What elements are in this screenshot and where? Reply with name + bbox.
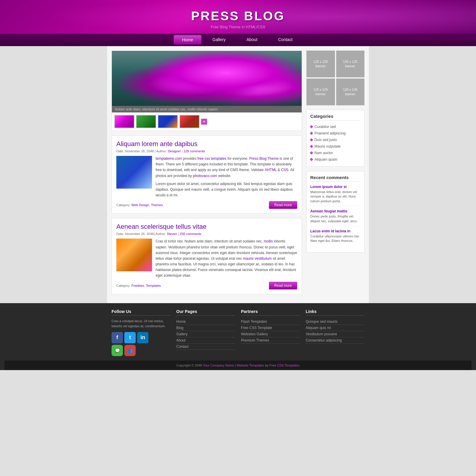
- free-css-link[interactable]: Free CSS Templates: [270, 364, 300, 367]
- nav-link-home[interactable]: Home: [174, 35, 201, 45]
- post-1-link-photovaco[interactable]: photovaco.com: [193, 174, 217, 178]
- sidebar: 125 x 125banner 125 x 125banner 125 x 12…: [306, 51, 364, 299]
- footer-page-about[interactable]: About: [176, 337, 235, 344]
- post-2-title-link[interactable]: Aenean scelerisque tellus vitae: [116, 223, 206, 230]
- recent-comment-3-text: Curabitur ullamcorper ultrices nisi. Nam…: [310, 234, 361, 243]
- slider-thumb-2[interactable]: [136, 115, 156, 128]
- post-2-link-mauris[interactable]: mauris vestibulum: [243, 256, 272, 261]
- post-1-link-free-css[interactable]: free css templates: [198, 156, 226, 161]
- footer-link-3[interactable]: Vestibulum posuere: [306, 331, 365, 337]
- message-icon[interactable]: 💬: [112, 345, 123, 356]
- banner-1[interactable]: 125 x 125banner: [306, 51, 335, 77]
- nav-link-contact[interactable]: Contact: [268, 34, 303, 46]
- diamond-icon-2: [310, 131, 313, 135]
- post-2-comments-link[interactable]: 256 comments: [180, 232, 201, 236]
- post-1-author-link[interactable]: Designer: [168, 149, 181, 153]
- footer-page-contact-link[interactable]: Contact: [176, 345, 189, 349]
- footer-partner-flash[interactable]: Flash Templates: [241, 319, 300, 325]
- footer-partner-premium-link[interactable]: Premium Themes: [241, 338, 269, 342]
- post-1-link-css[interactable]: CSS: [281, 168, 289, 172]
- post-2: Aenean scelerisque tellus vitae Date: No…: [112, 218, 302, 294]
- post-1-comments-link[interactable]: 128 comments: [184, 149, 205, 153]
- recent-comment-2-text: Donec pede justo, fringilla vel, aliquet…: [310, 214, 361, 223]
- post-2-cat-templates[interactable]: Templates: [146, 284, 161, 287]
- footer-page-contact[interactable]: Contact: [176, 344, 235, 350]
- post-1-link-templatemo[interactable]: templatemo.com: [156, 156, 182, 161]
- footer-partners-list: Flash Templates Free CSS Template Websit…: [241, 319, 300, 344]
- facebook-icon[interactable]: f: [112, 332, 123, 343]
- footer-partner-websites[interactable]: Websites Gallery: [241, 331, 300, 337]
- main-nav: Home Gallery About Contact: [0, 34, 476, 46]
- footer-page-home-link[interactable]: Home: [176, 320, 186, 324]
- diamond-icon-1: [310, 125, 313, 128]
- footer-bottom: Copyright © 2048 Your Company Name | Web…: [4, 361, 472, 370]
- post-2-read-more[interactable]: Read more: [269, 282, 297, 289]
- category-item-1[interactable]: Curabitur sed: [310, 123, 361, 130]
- category-item-5[interactable]: Nam auctor: [310, 150, 361, 156]
- category-item-2[interactable]: Praesent adipiscing: [310, 130, 361, 137]
- category-item-6[interactable]: Aliquam quam: [310, 156, 361, 163]
- nav-item-about[interactable]: About: [236, 34, 268, 46]
- post-1-title: Aliquam lorem ante dapibus: [116, 140, 297, 148]
- post-2-date: November 26, 2048: [125, 232, 154, 236]
- nav-link-gallery[interactable]: Gallery: [202, 34, 236, 46]
- post-1-cat-themes[interactable]: Themes: [151, 203, 163, 207]
- footer-page-blog-link[interactable]: Blog: [176, 326, 184, 330]
- footer-partner-flash-link[interactable]: Flash Templates: [241, 320, 267, 324]
- nav-item-gallery[interactable]: Gallery: [202, 34, 236, 46]
- myspace-icon[interactable]: 👥: [124, 345, 136, 356]
- post-2-title: Aenean scelerisque tellus vitae: [116, 223, 297, 231]
- footer-partner-freecss[interactable]: Free CSS Template: [241, 325, 300, 331]
- recent-comment-1-link[interactable]: Lorem ipsum dolor si: [310, 185, 361, 189]
- nav-item-home[interactable]: Home: [173, 34, 202, 46]
- post-1-date-label: Date:: [116, 149, 125, 153]
- slider-thumb-4[interactable]: [179, 115, 200, 128]
- footer-link-2-link[interactable]: Aliquam quis mi: [306, 326, 331, 330]
- footer-link-4[interactable]: Consectetur adipiscing: [306, 337, 365, 344]
- company-name-link[interactable]: Your Company Name: [203, 364, 234, 367]
- nav-list: Home Gallery About Contact: [0, 34, 476, 46]
- footer-partner-freecss-link[interactable]: Free CSS Template: [241, 326, 272, 330]
- footer-page-gallery-link[interactable]: Gallery: [176, 332, 188, 336]
- slider-thumb-3[interactable]: [158, 115, 178, 128]
- post-1-link-xhtml[interactable]: XHTML: [265, 168, 277, 172]
- social-icons: f t in: [112, 332, 170, 343]
- footer-link-1-link[interactable]: Quisque sed mauris: [306, 320, 338, 324]
- slider-thumb-1[interactable]: [114, 115, 134, 128]
- footer-link-2[interactable]: Aliquam quis mi: [306, 325, 365, 331]
- recent-comment-3-link[interactable]: Lacus enim id lacinia in: [310, 229, 361, 233]
- footer-link-4-link[interactable]: Consectetur adipiscing: [306, 338, 342, 342]
- banner-2[interactable]: 125 x 125banner: [336, 51, 365, 77]
- footer-page-home[interactable]: Home: [176, 319, 235, 325]
- nav-item-contact[interactable]: Contact: [268, 34, 303, 46]
- site-footer: Follow Us Cras a volutpat lacus. Ut nisi…: [0, 303, 476, 370]
- footer-partner-websites-link[interactable]: Websites Gallery: [241, 332, 268, 336]
- footer-page-blog[interactable]: Blog: [176, 325, 235, 331]
- footer-links-list: Quisque sed mauris Aliquam quis mi Vesti…: [306, 319, 365, 344]
- category-item-4[interactable]: Mauris vulputate: [310, 143, 361, 150]
- footer-link-1[interactable]: Quisque sed mauris: [306, 319, 365, 325]
- post-2-author-link[interactable]: Steven: [167, 232, 177, 236]
- footer-page-gallery[interactable]: Gallery: [176, 331, 235, 337]
- recent-comment-1: Lorem ipsum dolor si Maecenas tellus era…: [310, 185, 361, 206]
- footer-page-about-link[interactable]: About: [176, 338, 186, 342]
- banner-4[interactable]: 125 x 125banner: [336, 79, 365, 105]
- post-1-cat-webdesign[interactable]: Web Design: [131, 203, 149, 207]
- post-1-read-more[interactable]: Read more: [269, 201, 297, 209]
- banner-3[interactable]: 125 x 125banner: [306, 79, 335, 105]
- category-item-3[interactable]: Duis sed justo: [310, 137, 361, 143]
- post-2-link-mollis[interactable]: mollis: [264, 239, 273, 243]
- linkedin-icon[interactable]: in: [137, 332, 148, 343]
- slider-more-button[interactable]: +: [201, 119, 207, 125]
- nav-link-about[interactable]: About: [236, 34, 268, 46]
- twitter-icon[interactable]: t: [124, 332, 136, 343]
- footer-follow-text: Cras a volutpat lacus. Ut nisi metus, lo…: [112, 319, 170, 329]
- footer-link-3-link[interactable]: Vestibulum posuere: [306, 332, 337, 336]
- recent-comment-2-link[interactable]: Aenean feugiat mattis: [310, 209, 361, 213]
- site-header: PRESS BLOG Free Blog Theme in HTML/CSS: [0, 0, 476, 34]
- post-2-cat-freebies[interactable]: Freebies: [131, 284, 144, 287]
- post-1-link-pressblog[interactable]: Press Blog Theme: [249, 156, 279, 161]
- footer-partner-premium[interactable]: Premium Themes: [241, 337, 300, 344]
- post-1-title-link[interactable]: Aliquam lorem ante dapibus: [116, 140, 198, 148]
- website-templates-link[interactable]: Website Templates: [237, 364, 264, 367]
